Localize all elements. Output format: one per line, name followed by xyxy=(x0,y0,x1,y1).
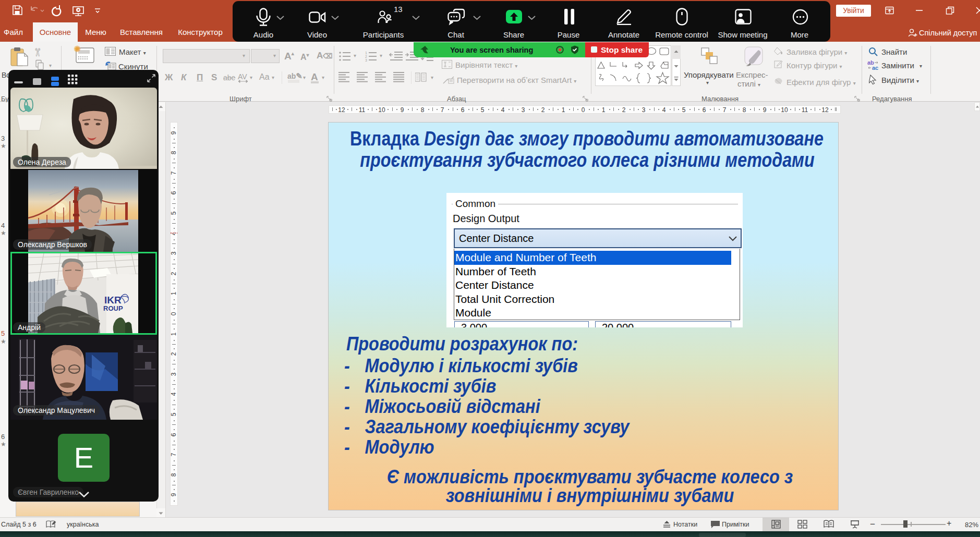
svg-text:3: 3 xyxy=(365,58,367,62)
svg-text:✺: ✺ xyxy=(74,45,81,54)
svg-text:ROUP: ROUP xyxy=(103,304,123,312)
svg-text:2: 2 xyxy=(365,55,367,58)
svg-text:IKR: IKR xyxy=(104,295,122,306)
svg-text:1: 1 xyxy=(365,51,367,55)
svg-text:ac: ac xyxy=(872,65,878,70)
